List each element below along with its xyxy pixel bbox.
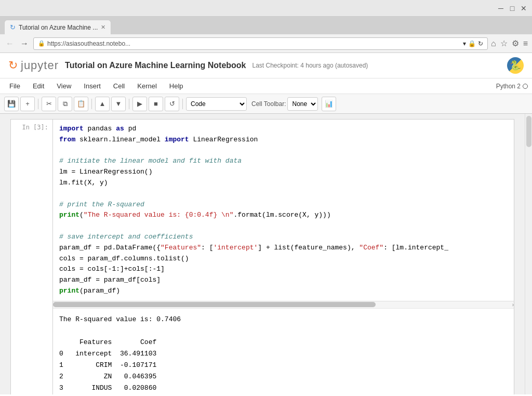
lock-icon2: 🔒 [468, 40, 476, 47]
window-controls[interactable]: ─ □ ✕ [497, 4, 528, 12]
toolbar-separator-2 [91, 99, 92, 109]
close-button[interactable]: ✕ [520, 4, 528, 12]
cell-output: The R-squared value is: 0.7406 Features … [53, 308, 514, 394]
checkpoint-info: Last Checkpoint: 4 hours ago (autosaved) [252, 62, 368, 69]
cut-button[interactable]: ✂ [42, 97, 56, 111]
cell-toolbar-label: Cell Toolbar: [251, 100, 286, 108]
tab-label: Tutorial on Azure Machine ... [19, 24, 98, 31]
menu-icon[interactable]: ≡ [523, 39, 528, 48]
minimize-button[interactable]: ─ [497, 4, 505, 12]
toolbar-separator-3 [129, 99, 129, 109]
python-logo: 🐍 [507, 57, 524, 74]
menu-kernel[interactable]: Kernel [132, 80, 162, 92]
scrollbar-right-icon[interactable]: › [512, 302, 514, 308]
jupyter-logo-icon: ↻ [8, 59, 18, 72]
notebook-area: In [3]: import pandas as pd from sklearn… [0, 114, 532, 394]
cell-body: import pandas as pd from sklearn.linear_… [52, 120, 514, 394]
add-cell-button[interactable]: + [20, 97, 35, 111]
refresh-icon[interactable]: ↻ [478, 40, 483, 47]
jupyter-logo-text: jupyter [21, 59, 59, 72]
address-dropdown-icon: ▾ [463, 40, 466, 47]
browser-titlebar: ─ □ ✕ [0, 0, 532, 17]
copy-button[interactable]: ⧉ [58, 97, 72, 111]
favorites-icon[interactable]: ☆ [500, 38, 508, 48]
forward-button[interactable]: → [19, 38, 30, 49]
stop-button[interactable]: ■ [149, 97, 163, 111]
output-text: The R-squared value is: 0.7406 Features … [53, 309, 514, 394]
jupyter-header: ↻ jupyter Tutorial on Azure Machine Lear… [0, 53, 532, 78]
kernel-info: Python 2 [496, 83, 528, 90]
url-text: https://asiasoutheast.notebo... [47, 40, 461, 47]
tab-close-icon[interactable]: ✕ [101, 24, 105, 31]
active-tab[interactable]: ↻ Tutorial on Azure Machine ... ✕ [4, 20, 111, 34]
restart-button[interactable]: ↺ [165, 97, 179, 111]
cell-type-select[interactable]: Code Markdown Raw NBConvert [186, 97, 247, 111]
paste-button[interactable]: 📋 [74, 97, 88, 111]
code-scrollbar[interactable]: ‹ › [53, 301, 514, 308]
back-button[interactable]: ← [4, 38, 16, 49]
browser-icons[interactable]: ⌂ ☆ ⚙ ≡ [491, 38, 528, 48]
menu-insert[interactable]: Insert [78, 80, 106, 92]
move-down-button[interactable]: ▼ [111, 97, 126, 111]
menu-edit[interactable]: Edit [28, 80, 49, 92]
scrollbar-thumb [53, 302, 376, 307]
code-cell: In [3]: import pandas as pd from sklearn… [10, 119, 514, 394]
browser-tabbar: ↻ Tutorial on Azure Machine ... ✕ [0, 17, 532, 34]
settings-icon[interactable]: ⚙ [512, 38, 519, 48]
vertical-scrollbar[interactable] [525, 114, 532, 394]
cell-prompt: In [3]: [11, 120, 52, 394]
menu-bar: File Edit View Insert Cell Kernel Help P… [0, 78, 532, 94]
maximize-button[interactable]: □ [508, 4, 516, 12]
lock-icon: 🔒 [38, 40, 45, 47]
notebook-title[interactable]: Tutorial on Azure Machine Learning Noteb… [65, 61, 246, 70]
scrollbar-track [53, 302, 514, 307]
cell-toolbar-select[interactable]: None [287, 97, 318, 111]
toolbar-separator-1 [38, 99, 38, 109]
menu-file[interactable]: File [4, 80, 25, 92]
kernel-circle [523, 84, 528, 89]
cell-code[interactable]: import pandas as pd from sklearn.linear_… [53, 120, 514, 301]
python-icon: 🐍 [510, 60, 521, 71]
address-box[interactable]: 🔒 https://asiasoutheast.notebo... ▾ 🔒 ↻ [33, 37, 488, 50]
toolbar: 💾 + ✂ ⧉ 📋 ▲ ▼ ▶ ■ ↺ Code Markdown Raw NB… [0, 94, 532, 114]
menu-help[interactable]: Help [164, 80, 189, 92]
kernel-label: Python 2 [496, 83, 521, 90]
move-up-button[interactable]: ▲ [95, 97, 110, 111]
jupyter-logo: ↻ jupyter [8, 59, 59, 72]
home-icon[interactable]: ⌂ [491, 39, 496, 48]
notebook-content: In [3]: import pandas as pd from sklearn… [0, 114, 525, 394]
kernel-indicator: Python 2 [496, 83, 528, 90]
chart-button[interactable]: 📊 [322, 97, 336, 111]
browser-addressbar: ← → 🔒 https://asiasoutheast.notebo... ▾ … [0, 34, 532, 53]
menu-view[interactable]: View [51, 80, 76, 92]
cell-prompt-label: In [3]: [22, 124, 48, 131]
save-button[interactable]: 💾 [4, 97, 19, 111]
menu-cell[interactable]: Cell [108, 80, 130, 92]
toolbar-separator-4 [182, 99, 183, 109]
run-button[interactable]: ▶ [132, 97, 147, 111]
scrollbar-thumb-vertical [526, 116, 531, 147]
tab-spinner-icon: ↻ [10, 23, 16, 31]
